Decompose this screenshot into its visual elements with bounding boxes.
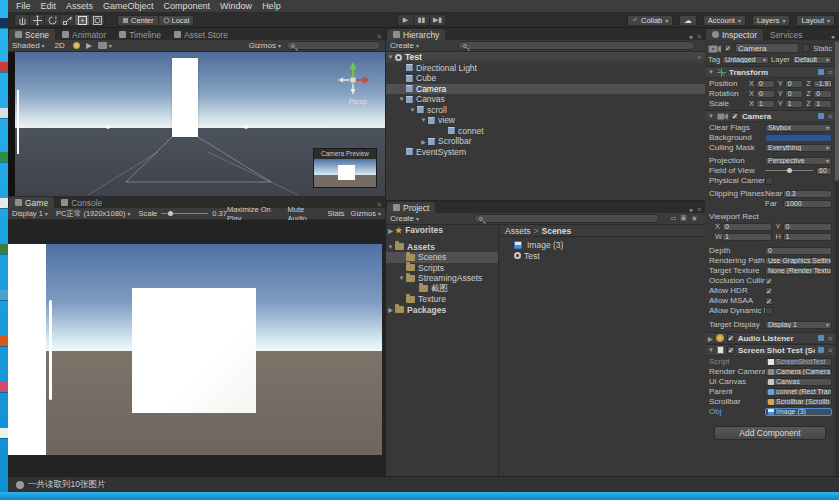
persp-label[interactable]: Persp	[349, 98, 367, 105]
effects-icon[interactable]	[98, 42, 107, 49]
hierarchy-row[interactable]: ▼scroll	[386, 105, 705, 116]
layers-dropdown[interactable]: Layers▾	[752, 15, 791, 26]
scale-tool-button[interactable]	[59, 14, 75, 26]
desktop-icon[interactable]	[0, 18, 8, 28]
preset-icon[interactable]	[818, 113, 824, 119]
viewport-x-field[interactable]: 0	[722, 223, 772, 231]
layer-dropdown[interactable]: Default▾	[792, 56, 832, 64]
hierarchy-row[interactable]: ▼view	[386, 115, 705, 126]
scale-x-field[interactable]: 1	[756, 100, 775, 108]
depth-field[interactable]: 0	[765, 247, 832, 255]
hierarchy-row[interactable]: Cube	[386, 73, 705, 84]
rotation-x-field[interactable]: 0	[756, 90, 775, 98]
fov-slider[interactable]	[765, 170, 813, 171]
2d-toggle[interactable]: 2D	[55, 41, 65, 50]
component-menu-icon[interactable]: ≡	[828, 113, 832, 120]
near-clip-field[interactable]: 0.3	[783, 190, 832, 198]
menu-edit[interactable]: Edit	[36, 0, 62, 13]
scale-slider[interactable]	[161, 213, 208, 214]
pivot-center-button[interactable]: Center	[117, 15, 159, 26]
scene-menu-icon[interactable]: ≡	[697, 54, 705, 61]
asset-item[interactable]: Test	[500, 251, 705, 262]
desktop-icon[interactable]	[0, 244, 8, 254]
layout-dropdown[interactable]: Layout▾	[796, 15, 835, 26]
script-reference-field[interactable]: ScreenShotTest	[765, 358, 832, 366]
menu-file[interactable]: File	[11, 0, 36, 13]
menu-assets[interactable]: Assets	[61, 0, 98, 13]
hierarchy-row[interactable]: EventSystem	[386, 147, 705, 158]
desktop-icon[interactable]	[0, 382, 8, 392]
project-tree-row[interactable]: ▶Packages	[386, 305, 498, 316]
rotation-z-field[interactable]: 0	[813, 90, 832, 98]
position-y-field[interactable]: 0	[785, 80, 804, 88]
component-menu-icon[interactable]: ≡	[828, 335, 832, 342]
hierarchy-row-scene[interactable]: ▼ Test ≡	[386, 52, 705, 63]
component-menu-icon[interactable]: ≡	[828, 347, 832, 354]
desktop-icon[interactable]	[0, 428, 8, 438]
inspector-scrollbar[interactable]	[835, 40, 839, 476]
collab-dropdown[interactable]: ✓ Collab▾	[627, 15, 673, 26]
preset-icon[interactable]	[818, 335, 824, 341]
play-button[interactable]: ▶	[397, 14, 414, 26]
audio-listener-header[interactable]: ▶ ✓ Audio Listener ≡	[705, 332, 835, 344]
project-tree-row[interactable]: 截图	[386, 284, 498, 295]
position-z-field[interactable]: -1.97	[813, 80, 832, 88]
game-gizmos-dropdown[interactable]: Gizmos▾	[351, 209, 381, 218]
cloud-button[interactable]: ☁	[679, 15, 697, 26]
scale-slider-thumb[interactable]	[168, 211, 173, 216]
search-by-type-icon[interactable]: ⚏	[670, 214, 676, 223]
stats-toggle[interactable]: Stats	[327, 209, 344, 218]
audio-icon[interactable]	[86, 43, 92, 49]
tab-scene[interactable]: Scene	[9, 29, 55, 40]
far-clip-field[interactable]: 1000	[783, 200, 832, 208]
hierarchy-row[interactable]: connet	[386, 126, 705, 137]
tab-timeline[interactable]: Timeline	[113, 29, 167, 40]
static-checkbox[interactable]	[802, 44, 810, 52]
desktop-icon[interactable]	[0, 198, 8, 208]
tag-dropdown[interactable]: Untagged▾	[722, 56, 769, 64]
parent-field[interactable]: connet (Rect Tran	[765, 388, 832, 396]
rotation-y-field[interactable]: 0	[785, 90, 804, 98]
project-tree-row[interactable]: ▶★Favorites	[386, 225, 498, 236]
viewport-y-field[interactable]: 0	[783, 223, 833, 231]
camera-component-header[interactable]: ▼ ✓ Camera ≡	[705, 110, 835, 122]
object-name-field[interactable]: Camera	[735, 43, 799, 53]
tab-inspector[interactable]: Inspector	[706, 29, 763, 40]
scale-z-field[interactable]: 1	[813, 100, 832, 108]
fov-value-field[interactable]: 60	[816, 167, 832, 175]
hierarchy-row-selected[interactable]: Camera	[386, 84, 705, 95]
pivot-local-button[interactable]: Local	[158, 15, 195, 26]
account-dropdown[interactable]: Account▾	[703, 15, 746, 26]
lock-icon[interactable]: ●	[689, 33, 693, 40]
audio-listener-enabled-checkbox[interactable]: ✓	[727, 334, 735, 342]
scene-viewport[interactable]: Persp Camera Preview	[8, 52, 385, 196]
breadcrumb-root[interactable]: Assets	[505, 226, 531, 236]
tab-project[interactable]: Project	[387, 202, 435, 213]
tab-animator[interactable]: Animator	[56, 29, 112, 40]
tab-game[interactable]: Game	[9, 197, 54, 208]
lock-icon[interactable]: ●	[831, 33, 835, 40]
allow-msaa-checkbox[interactable]: ✓	[765, 297, 773, 305]
inspector-scrollbar-thumb[interactable]	[835, 41, 839, 181]
project-search-input[interactable]	[474, 214, 659, 223]
allow-hdr-checkbox[interactable]: ✓	[765, 287, 773, 295]
preset-icon[interactable]	[818, 347, 824, 353]
transform-tool-button[interactable]	[89, 14, 105, 26]
scale-y-field[interactable]: 1	[785, 100, 804, 108]
shading-mode-dropdown[interactable]: Shaded▾	[12, 41, 45, 50]
obj-field[interactable]: Image (3)	[765, 408, 832, 416]
hierarchy-row[interactable]: ▶Scrollbar	[386, 136, 705, 147]
allow-dynamic-resolution-checkbox[interactable]	[765, 307, 773, 315]
enabled-checkbox[interactable]: ✓	[724, 44, 732, 52]
step-button[interactable]: ▶▮	[429, 14, 446, 26]
target-texture-field[interactable]: None (Render Textu	[765, 267, 832, 275]
viewport-w-field[interactable]: 1	[722, 233, 772, 241]
culling-mask-dropdown[interactable]: Everything▾	[765, 144, 832, 152]
desktop-icon[interactable]	[0, 336, 8, 346]
desktop-icon[interactable]	[0, 108, 8, 118]
scene-search-input[interactable]	[286, 41, 381, 50]
pause-button[interactable]: ▮▮	[413, 14, 430, 26]
scrollbar-field[interactable]: Scrollbar (Scrollb	[765, 398, 832, 406]
project-create-dropdown[interactable]: Create▾	[390, 214, 419, 223]
desktop-icon[interactable]	[0, 152, 8, 162]
